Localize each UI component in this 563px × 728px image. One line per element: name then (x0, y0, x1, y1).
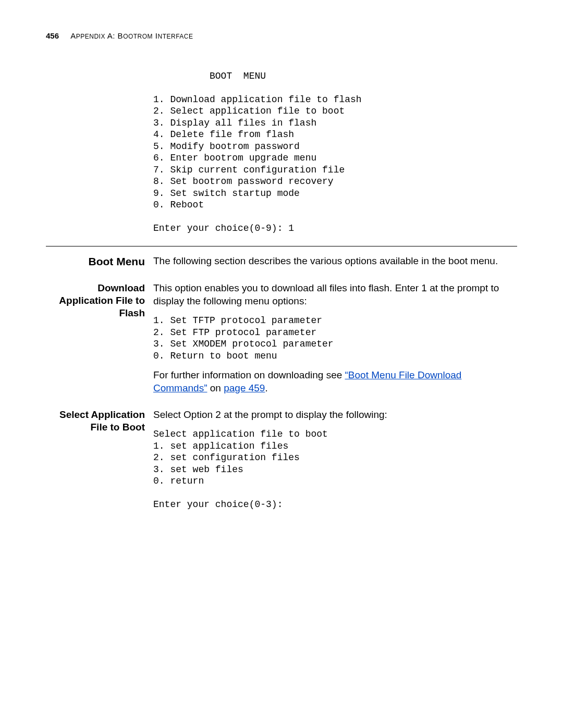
boot-menu-listing: BOOT MENU 1. Download application file t… (153, 70, 517, 235)
section-rule (46, 246, 517, 246)
select-app-intro: Select Option 2 at the prompt to display… (153, 409, 517, 422)
download-tail: For further information on downloading s… (153, 369, 517, 394)
running-header: 456 APPENDIX A: BOOTROM INTERFACE (46, 31, 517, 41)
boot-menu-code-block: BOOT MENU 1. Download application file t… (46, 70, 517, 235)
heading-select-app: Select Application File to Boot (46, 409, 153, 434)
page: 456 APPENDIX A: BOOTROM INTERFACE BOOT M… (0, 0, 563, 728)
boot-menu-intro: The following section describes the vari… (153, 255, 517, 268)
section-download-app: Download Application File to Flash This … (46, 282, 517, 395)
download-menu-listing: 1. Set TFTP protocol parameter 2. Set FT… (153, 315, 517, 362)
section-boot-menu: Boot Menu The following section describe… (46, 255, 517, 268)
download-intro: This option enables you to download all … (153, 282, 517, 307)
page-number: 456 (46, 31, 59, 40)
section-select-app: Select Application File to Boot Select O… (46, 409, 517, 511)
appendix-label: APPENDIX A: BOOTROM INTERFACE (70, 31, 193, 40)
link-page-459[interactable]: page 459 (224, 382, 265, 393)
select-app-menu-listing: Select application file to boot 1. set a… (153, 428, 517, 511)
heading-download-app: Download Application File to Flash (46, 282, 153, 319)
heading-boot-menu: Boot Menu (46, 255, 153, 268)
